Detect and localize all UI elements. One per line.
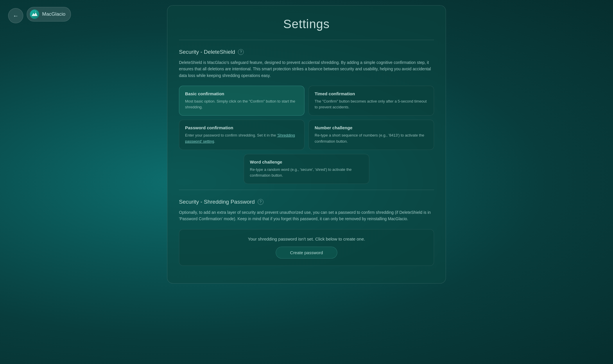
option-timed-title: Timed confirmation [315, 91, 428, 96]
option-number-desc: Re-type a short sequence of numbers (e.g… [315, 132, 428, 144]
shredding-password-help-icon[interactable]: ? [258, 199, 264, 205]
section-shredding-password-title: Security - Shredding Password [179, 199, 255, 205]
mountain-icon [31, 11, 38, 18]
section-delete-shield: Security - DeleteShield ? DeleteShield i… [167, 40, 446, 190]
app-logo-button[interactable]: MacGlacio [27, 7, 71, 21]
section-shredding-password-header: Security - Shredding Password ? [179, 199, 434, 205]
option-number-challenge[interactable]: Number challenge Re-type a short sequenc… [309, 120, 434, 150]
option-timed-confirmation[interactable]: Timed confirmation The "Confirm" button … [309, 86, 434, 116]
app-name-label: MacGlacio [42, 11, 65, 17]
section-delete-shield-desc: DeleteShield is MacGlacio's safeguard fe… [179, 59, 434, 79]
option-password-title: Password confirmation [185, 125, 298, 130]
option-number-title: Number challenge [315, 125, 428, 130]
delete-shield-help-icon[interactable]: ? [238, 49, 244, 55]
back-arrow-icon: ← [13, 12, 19, 19]
delete-shield-options-grid: Basic confirmation Most basic option. Si… [179, 86, 434, 150]
option-password-desc-text: Enter your password to confirm shredding… [185, 133, 277, 137]
option-basic-title: Basic confirmation [185, 91, 298, 96]
create-password-button[interactable]: Create password [276, 247, 337, 259]
app-logo-icon [30, 10, 39, 19]
option-timed-desc: The "Confirm" button becomes active only… [315, 98, 428, 110]
option-basic-desc: Most basic option. Simply click on the "… [185, 98, 298, 110]
option-basic-confirmation[interactable]: Basic confirmation Most basic option. Si… [179, 86, 304, 116]
option-word-challenge[interactable]: Word challenge Re-type a random word (e.… [244, 154, 369, 184]
section-shredding-password-desc: Optionally, to add an extra layer of sec… [179, 209, 434, 222]
password-status-text: Your shredding password isn't set. Click… [187, 236, 426, 241]
section-delete-shield-title: Security - DeleteShield [179, 49, 235, 55]
section-shredding-password: Security - Shredding Password ? Optional… [167, 190, 446, 272]
option-password-desc: Enter your password to confirm shredding… [185, 132, 298, 144]
word-challenge-row: Word challenge Re-type a random word (e.… [179, 154, 434, 184]
back-button[interactable]: ← [8, 8, 23, 23]
option-password-desc-suffix: . [214, 139, 215, 144]
section-delete-shield-header: Security - DeleteShield ? [179, 49, 434, 55]
password-box: Your shredding password isn't set. Click… [179, 229, 434, 266]
option-word-desc: Re-type a random word (e.g., 'secure', '… [250, 167, 363, 178]
option-word-title: Word challenge [250, 159, 363, 164]
settings-panel: Settings Security - DeleteShield ? Delet… [167, 5, 446, 284]
option-password-confirmation[interactable]: Password confirmation Enter your passwor… [179, 120, 304, 150]
page-title: Settings [167, 6, 446, 40]
